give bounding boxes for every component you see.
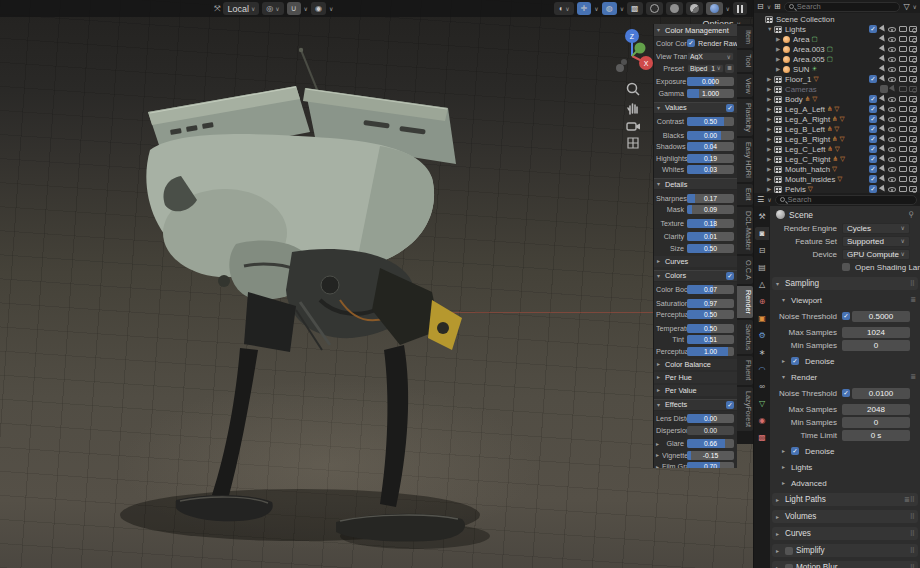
value-min-samples[interactable]: 0: [842, 340, 910, 351]
selectable-toggle[interactable]: [889, 85, 897, 93]
checkbox[interactable]: [842, 263, 850, 271]
shading-rendered-icon[interactable]: [706, 2, 723, 15]
panel-header-color-management[interactable]: ▾ Color Management: [654, 24, 737, 37]
dropdown-feature-set[interactable]: Supported∨: [842, 236, 910, 247]
proportional-dropdown[interactable]: ∨: [329, 6, 333, 12]
slider-film-grain[interactable]: 0.70: [687, 462, 734, 468]
chevron-right-icon[interactable]: ▶: [776, 66, 783, 72]
checkbox[interactable]: [842, 389, 850, 397]
section-curves[interactable]: ▸Curves: [654, 256, 737, 267]
chevron-right-icon[interactable]: ▶: [767, 106, 774, 112]
selectable-toggle[interactable]: [878, 145, 886, 153]
slider-tint[interactable]: 0.51: [687, 335, 734, 344]
object-icon[interactable]: ▣: [755, 312, 769, 325]
modifiers-icon[interactable]: ⚙: [755, 329, 769, 342]
slider-mask[interactable]: 0.09: [687, 205, 734, 214]
hide-viewport-toggle[interactable]: [888, 167, 896, 172]
chevron-right-icon[interactable]: ▶: [767, 186, 774, 192]
disable-viewport-toggle[interactable]: [899, 26, 907, 32]
tab-view[interactable]: View: [737, 74, 753, 98]
disable-render-toggle[interactable]: [909, 46, 917, 52]
slider-shadows[interactable]: 0.04: [687, 142, 734, 151]
disable-viewport-toggle[interactable]: [899, 66, 907, 72]
preset-icon[interactable]: ≣ ⠿: [904, 496, 914, 504]
selectable-toggle[interactable]: [878, 55, 886, 63]
checkbox[interactable]: [869, 145, 877, 153]
disable-render-toggle[interactable]: [909, 126, 917, 132]
selectable-toggle[interactable]: [878, 45, 886, 53]
slider-saturation[interactable]: 0.97: [687, 299, 734, 308]
preset-icon[interactable]: ≣: [910, 373, 916, 381]
section-per-hue[interactable]: ▸Per Hue: [654, 372, 737, 383]
hide-viewport-toggle[interactable]: [888, 157, 896, 162]
shading-material-icon[interactable]: [686, 2, 703, 15]
disable-render-toggle[interactable]: [909, 106, 917, 112]
disable-viewport-toggle[interactable]: [899, 56, 907, 62]
chevron-right-icon[interactable]: ▶: [767, 136, 774, 142]
chevron-right-icon[interactable]: ▶: [776, 36, 783, 42]
panel-curves[interactable]: ▸Curves⠿: [772, 527, 918, 540]
transform-orientation-dropdown[interactable]: Local ∨: [223, 2, 259, 15]
disable-render-toggle[interactable]: [909, 86, 917, 92]
slider-exposure[interactable]: 0.000: [687, 77, 734, 86]
selectable-toggle[interactable]: [878, 135, 886, 143]
chevron-right-icon[interactable]: ▶: [767, 76, 774, 82]
navigation-gizmo[interactable]: Z X: [606, 26, 654, 78]
disable-viewport-toggle[interactable]: [899, 186, 907, 192]
output-icon[interactable]: ⊟: [755, 244, 769, 257]
viewport-canvas[interactable]: ⤧ Local ∨ ◎∨ ∪ ∨ ◉ ∨ ◖∨ ✛ ∨ ◍ ∨ ▩: [0, 0, 753, 568]
checkbox[interactable]: [869, 115, 877, 123]
slider-texture[interactable]: 0.18: [687, 219, 734, 228]
chevron-right-icon[interactable]: ▶: [776, 46, 783, 52]
hide-viewport-toggle[interactable]: [888, 77, 896, 82]
selectable-toggle[interactable]: [878, 35, 886, 43]
panel-motion-blur[interactable]: ▸Motion Blur⠿: [772, 561, 918, 568]
disable-viewport-toggle[interactable]: [899, 156, 907, 162]
outliner-row-body[interactable]: ▶Body⋔▽: [754, 94, 920, 104]
hide-viewport-toggle[interactable]: [888, 177, 896, 182]
outliner-row-mouth-hatch[interactable]: ▶Mouth_hatch▽: [754, 164, 920, 174]
hide-viewport-toggle[interactable]: [888, 67, 896, 72]
checkbox[interactable]: [726, 401, 734, 409]
section-color-balance[interactable]: ▸Color Balance: [654, 359, 737, 370]
tab-sanctus[interactable]: Sanctus: [737, 320, 753, 354]
disable-viewport-toggle[interactable]: [899, 136, 907, 142]
disable-viewport-toggle[interactable]: [899, 46, 907, 52]
toggle-denoise[interactable]: ▸Denoise: [770, 445, 920, 457]
selectable-toggle[interactable]: [878, 65, 886, 73]
outliner-row-mouth-insides[interactable]: ▶Mouth_insides▽: [754, 174, 920, 184]
disable-viewport-toggle[interactable]: [899, 176, 907, 182]
overlays-icon[interactable]: ◍: [602, 2, 617, 15]
filter-dropdown[interactable]: ∨: [913, 4, 917, 10]
value-time-limit[interactable]: 0 s: [842, 430, 910, 441]
hide-viewport-toggle[interactable]: [888, 37, 896, 42]
camera-view-icon[interactable]: [624, 117, 642, 135]
outliner-row-pelvis[interactable]: ▶Pelvis▽: [754, 184, 920, 193]
gizmos-icon[interactable]: ✛: [577, 2, 592, 15]
chevron-right-icon[interactable]: ▶: [767, 126, 774, 132]
section-details[interactable]: ▾Details: [654, 178, 737, 190]
tool-icon[interactable]: ⚒: [755, 210, 769, 223]
xray-icon[interactable]: ▩: [627, 2, 643, 15]
disable-render-toggle[interactable]: [909, 76, 917, 82]
outliner-row-leg-b-right[interactable]: ▶Leg_B_Right⋔▽: [754, 134, 920, 144]
section-values[interactable]: ▾Values: [654, 102, 737, 114]
disable-render-toggle[interactable]: [909, 56, 917, 62]
tab-lazyforest[interactable]: LazyForest: [737, 387, 753, 431]
section-colors[interactable]: ▾Colors: [654, 270, 737, 282]
checkbox[interactable]: [791, 357, 799, 365]
outliner-row-leg-c-right[interactable]: ▶Leg_C_Right⋔▽: [754, 154, 920, 164]
outliner-row-area-003[interactable]: ▶Area.003▢: [754, 44, 920, 54]
checkbox[interactable]: [869, 185, 877, 193]
section-per-value[interactable]: ▸Per Value: [654, 385, 737, 396]
dropdown-render-engine[interactable]: Cycles∨: [842, 223, 910, 234]
disable-render-toggle[interactable]: [909, 176, 917, 182]
tab-o-c-a[interactable]: O.C.A: [737, 256, 753, 284]
disable-viewport-toggle[interactable]: [899, 166, 907, 172]
disable-render-toggle[interactable]: [909, 36, 917, 42]
selectable-toggle[interactable]: [878, 175, 886, 183]
checkbox[interactable]: [869, 95, 877, 103]
selectable-toggle[interactable]: [878, 165, 886, 173]
panel-volumes[interactable]: ▸Volumes⠿: [772, 510, 918, 523]
hide-viewport-toggle[interactable]: [888, 137, 896, 142]
